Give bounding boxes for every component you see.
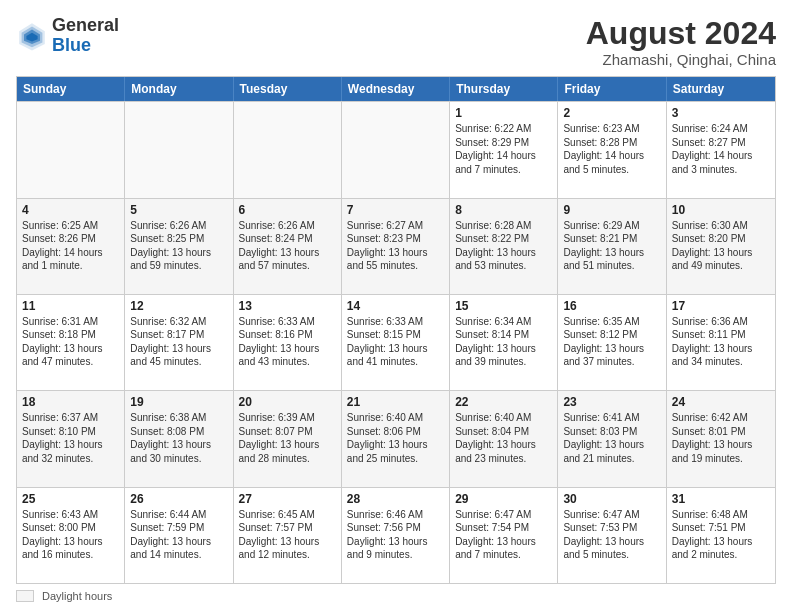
cal-header-cell: Monday (125, 77, 233, 101)
daylight-swatch (16, 590, 34, 602)
day-number: 13 (239, 299, 336, 313)
cal-cell: 31Sunrise: 6:48 AM Sunset: 7:51 PM Dayli… (667, 488, 775, 583)
day-number: 22 (455, 395, 552, 409)
cal-cell: 3Sunrise: 6:24 AM Sunset: 8:27 PM Daylig… (667, 102, 775, 197)
cell-info: Sunrise: 6:47 AM Sunset: 7:53 PM Dayligh… (563, 508, 660, 562)
day-number: 31 (672, 492, 770, 506)
cal-row: 4Sunrise: 6:25 AM Sunset: 8:26 PM Daylig… (17, 198, 775, 294)
cal-cell: 8Sunrise: 6:28 AM Sunset: 8:22 PM Daylig… (450, 199, 558, 294)
footer-label: Daylight hours (42, 590, 112, 602)
cal-cell: 27Sunrise: 6:45 AM Sunset: 7:57 PM Dayli… (234, 488, 342, 583)
cell-info: Sunrise: 6:39 AM Sunset: 8:07 PM Dayligh… (239, 411, 336, 465)
cal-cell: 2Sunrise: 6:23 AM Sunset: 8:28 PM Daylig… (558, 102, 666, 197)
cell-info: Sunrise: 6:45 AM Sunset: 7:57 PM Dayligh… (239, 508, 336, 562)
cell-info: Sunrise: 6:30 AM Sunset: 8:20 PM Dayligh… (672, 219, 770, 273)
day-number: 2 (563, 106, 660, 120)
cal-cell: 18Sunrise: 6:37 AM Sunset: 8:10 PM Dayli… (17, 391, 125, 486)
cell-info: Sunrise: 6:46 AM Sunset: 7:56 PM Dayligh… (347, 508, 444, 562)
cal-cell: 11Sunrise: 6:31 AM Sunset: 8:18 PM Dayli… (17, 295, 125, 390)
day-number: 23 (563, 395, 660, 409)
cell-info: Sunrise: 6:26 AM Sunset: 8:24 PM Dayligh… (239, 219, 336, 273)
day-number: 29 (455, 492, 552, 506)
cal-cell: 22Sunrise: 6:40 AM Sunset: 8:04 PM Dayli… (450, 391, 558, 486)
cal-cell: 13Sunrise: 6:33 AM Sunset: 8:16 PM Dayli… (234, 295, 342, 390)
day-number: 12 (130, 299, 227, 313)
cell-info: Sunrise: 6:47 AM Sunset: 7:54 PM Dayligh… (455, 508, 552, 562)
cal-header-cell: Friday (558, 77, 666, 101)
day-number: 7 (347, 203, 444, 217)
cell-info: Sunrise: 6:48 AM Sunset: 7:51 PM Dayligh… (672, 508, 770, 562)
day-number: 25 (22, 492, 119, 506)
cal-cell: 6Sunrise: 6:26 AM Sunset: 8:24 PM Daylig… (234, 199, 342, 294)
cal-cell: 29Sunrise: 6:47 AM Sunset: 7:54 PM Dayli… (450, 488, 558, 583)
cal-cell: 25Sunrise: 6:43 AM Sunset: 8:00 PM Dayli… (17, 488, 125, 583)
cal-cell: 21Sunrise: 6:40 AM Sunset: 8:06 PM Dayli… (342, 391, 450, 486)
cell-info: Sunrise: 6:31 AM Sunset: 8:18 PM Dayligh… (22, 315, 119, 369)
day-number: 3 (672, 106, 770, 120)
day-number: 27 (239, 492, 336, 506)
cal-header-cell: Tuesday (234, 77, 342, 101)
cell-info: Sunrise: 6:32 AM Sunset: 8:17 PM Dayligh… (130, 315, 227, 369)
cal-cell: 1Sunrise: 6:22 AM Sunset: 8:29 PM Daylig… (450, 102, 558, 197)
day-number: 16 (563, 299, 660, 313)
title-block: August 2024 Zhamashi, Qinghai, China (586, 16, 776, 68)
day-number: 24 (672, 395, 770, 409)
cal-cell (234, 102, 342, 197)
day-number: 17 (672, 299, 770, 313)
day-number: 26 (130, 492, 227, 506)
day-number: 30 (563, 492, 660, 506)
cal-cell: 7Sunrise: 6:27 AM Sunset: 8:23 PM Daylig… (342, 199, 450, 294)
main-title: August 2024 (586, 16, 776, 51)
cell-info: Sunrise: 6:40 AM Sunset: 8:06 PM Dayligh… (347, 411, 444, 465)
cal-cell (125, 102, 233, 197)
cell-info: Sunrise: 6:36 AM Sunset: 8:11 PM Dayligh… (672, 315, 770, 369)
logo-text: General Blue (52, 16, 119, 56)
cal-cell: 19Sunrise: 6:38 AM Sunset: 8:08 PM Dayli… (125, 391, 233, 486)
cal-cell: 10Sunrise: 6:30 AM Sunset: 8:20 PM Dayli… (667, 199, 775, 294)
day-number: 28 (347, 492, 444, 506)
day-number: 1 (455, 106, 552, 120)
day-number: 5 (130, 203, 227, 217)
cal-cell (342, 102, 450, 197)
cal-cell: 17Sunrise: 6:36 AM Sunset: 8:11 PM Dayli… (667, 295, 775, 390)
cal-row: 11Sunrise: 6:31 AM Sunset: 8:18 PM Dayli… (17, 294, 775, 390)
cal-header-cell: Saturday (667, 77, 775, 101)
cell-info: Sunrise: 6:37 AM Sunset: 8:10 PM Dayligh… (22, 411, 119, 465)
cal-cell: 14Sunrise: 6:33 AM Sunset: 8:15 PM Dayli… (342, 295, 450, 390)
cell-info: Sunrise: 6:43 AM Sunset: 8:00 PM Dayligh… (22, 508, 119, 562)
cal-cell: 4Sunrise: 6:25 AM Sunset: 8:26 PM Daylig… (17, 199, 125, 294)
cell-info: Sunrise: 6:24 AM Sunset: 8:27 PM Dayligh… (672, 122, 770, 176)
cell-info: Sunrise: 6:33 AM Sunset: 8:16 PM Dayligh… (239, 315, 336, 369)
cal-row: 1Sunrise: 6:22 AM Sunset: 8:29 PM Daylig… (17, 101, 775, 197)
cal-cell (17, 102, 125, 197)
cell-info: Sunrise: 6:22 AM Sunset: 8:29 PM Dayligh… (455, 122, 552, 176)
cell-info: Sunrise: 6:27 AM Sunset: 8:23 PM Dayligh… (347, 219, 444, 273)
logo-icon (16, 20, 48, 52)
cal-row: 18Sunrise: 6:37 AM Sunset: 8:10 PM Dayli… (17, 390, 775, 486)
cal-row: 25Sunrise: 6:43 AM Sunset: 8:00 PM Dayli… (17, 487, 775, 583)
cal-cell: 20Sunrise: 6:39 AM Sunset: 8:07 PM Dayli… (234, 391, 342, 486)
day-number: 21 (347, 395, 444, 409)
cell-info: Sunrise: 6:34 AM Sunset: 8:14 PM Dayligh… (455, 315, 552, 369)
cell-info: Sunrise: 6:35 AM Sunset: 8:12 PM Dayligh… (563, 315, 660, 369)
header: General Blue August 2024 Zhamashi, Qingh… (16, 16, 776, 68)
day-number: 6 (239, 203, 336, 217)
day-number: 19 (130, 395, 227, 409)
calendar-body: 1Sunrise: 6:22 AM Sunset: 8:29 PM Daylig… (17, 101, 775, 583)
page: General Blue August 2024 Zhamashi, Qingh… (0, 0, 792, 612)
cal-header-cell: Wednesday (342, 77, 450, 101)
cell-info: Sunrise: 6:29 AM Sunset: 8:21 PM Dayligh… (563, 219, 660, 273)
cell-info: Sunrise: 6:40 AM Sunset: 8:04 PM Dayligh… (455, 411, 552, 465)
cal-header-cell: Sunday (17, 77, 125, 101)
cell-info: Sunrise: 6:33 AM Sunset: 8:15 PM Dayligh… (347, 315, 444, 369)
calendar-header: SundayMondayTuesdayWednesdayThursdayFrid… (17, 77, 775, 101)
cell-info: Sunrise: 6:23 AM Sunset: 8:28 PM Dayligh… (563, 122, 660, 176)
cal-cell: 9Sunrise: 6:29 AM Sunset: 8:21 PM Daylig… (558, 199, 666, 294)
cal-cell: 12Sunrise: 6:32 AM Sunset: 8:17 PM Dayli… (125, 295, 233, 390)
day-number: 20 (239, 395, 336, 409)
cal-header-cell: Thursday (450, 77, 558, 101)
day-number: 18 (22, 395, 119, 409)
day-number: 8 (455, 203, 552, 217)
cal-cell: 16Sunrise: 6:35 AM Sunset: 8:12 PM Dayli… (558, 295, 666, 390)
cal-cell: 26Sunrise: 6:44 AM Sunset: 7:59 PM Dayli… (125, 488, 233, 583)
